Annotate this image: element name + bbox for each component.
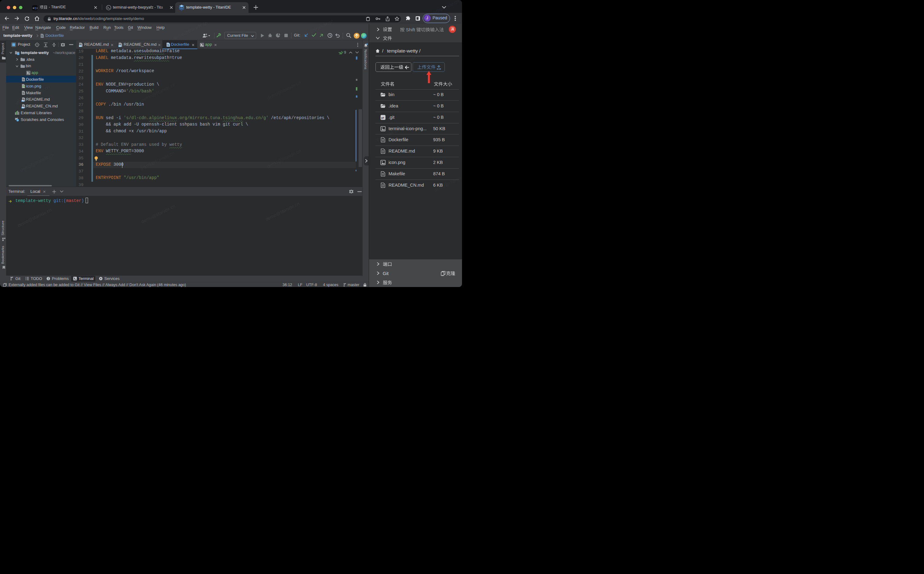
svg-text:MD: MD [118,45,121,47]
svg-text:MD: MD [79,45,82,47]
svg-text:git: git [381,116,384,119]
svg-text:<t>: <t> [33,6,38,10]
svg-text:MD: MD [22,107,24,108]
